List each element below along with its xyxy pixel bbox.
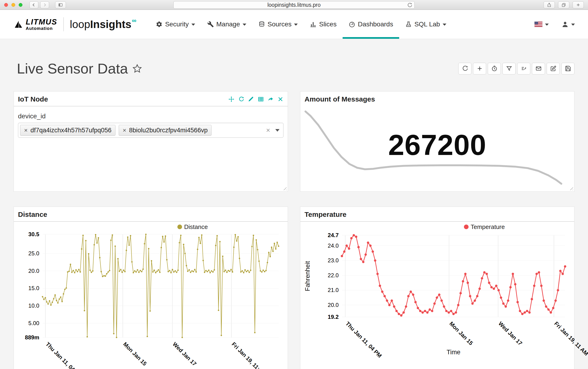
back-button[interactable] [30,1,38,8]
remove-tag-icon[interactable]: × [123,127,126,133]
nav-label: SQL Lab [414,20,440,28]
svg-text:Mon Jan 15: Mon Jan 15 [448,320,474,346]
refresh-dashboard-button[interactable] [458,63,471,74]
nav-label: Manage [216,20,240,28]
share-button[interactable] [544,1,555,8]
dashboard-icon [349,21,355,28]
svg-text:Thu Jan 11, 04 PM: Thu Jan 11, 04 PM [345,320,383,359]
svg-text:5.00: 5.00 [28,320,39,326]
brand-divider [63,17,64,31]
svg-text:23.0: 23.0 [328,257,339,263]
svg-text:Wed Jan 17: Wed Jan 17 [497,320,524,346]
svg-text:Mon Jan 15: Mon Jan 15 [122,341,148,367]
forward-button[interactable] [40,1,49,8]
panel-distance: Distance Distance Thu Jan 11, 04 PMMon J… [14,207,288,369]
litmus-mark-icon [13,19,23,30]
svg-text:Fri Jan 19, 11:45 AM: Fri Jan 19, 11:45 AM [231,341,273,369]
nav-label: Sources [268,20,292,28]
email-button[interactable] [532,63,545,74]
add-slice-button[interactable] [473,63,486,74]
export-button[interactable] [517,63,530,74]
panel-tools [228,96,284,102]
page-title: Live Sensor Data [14,60,128,77]
plus-icon [476,65,483,72]
sidebar-icon [58,3,63,7]
svg-text:19.2: 19.2 [328,314,339,320]
infinity-icon: ∞ [132,17,136,24]
chevron-down-icon [443,24,446,26]
minimize-window-button[interactable] [11,3,15,7]
device-id-select[interactable]: × df7qa4izchx4h57h57ufpq056 × 8biolu2bu0… [18,123,284,138]
loopinsights-logo[interactable]: loop Insights ∞ [70,18,136,30]
reload-icon[interactable] [407,2,412,8]
litmus-logo[interactable]: LITMUS Automation [13,18,57,30]
flask-icon [405,21,412,28]
user-menu[interactable] [561,20,575,28]
svg-text:24.0: 24.0 [328,242,339,249]
close-icon[interactable] [277,96,284,102]
nav-sql-lab[interactable]: SQL Lab [399,10,452,39]
svg-text:Time: Time [447,349,460,356]
legend-dot [177,225,182,229]
zoom-window-button[interactable] [19,3,22,7]
svg-text:20.0: 20.0 [28,268,39,274]
share-arrow-icon[interactable] [268,96,274,102]
nav-sources[interactable]: Sources [252,10,304,39]
remove-tag-icon[interactable]: × [24,127,28,133]
clear-select-icon[interactable]: × [266,127,270,134]
sidebar-toggle-button[interactable] [55,1,66,8]
language-selector[interactable] [534,21,549,27]
field-label: device_id [18,112,284,120]
svg-text:Wed Jan 17: Wed Jan 17 [171,341,198,367]
edit-dashboard-button[interactable] [547,63,560,74]
dashboard-toolbar [458,63,574,74]
auto-refresh-button[interactable] [488,63,501,74]
panel-title: IoT Node [18,95,48,103]
nav-slices[interactable]: Slices [304,10,343,39]
favorite-star-icon[interactable] [132,64,142,73]
svg-text:22.0: 22.0 [328,272,339,279]
move-icon[interactable] [228,96,234,102]
chevron-left-icon [32,3,36,7]
user-icon [561,20,569,28]
nav-label: Security [165,20,189,28]
svg-text:30.5: 30.5 [28,231,39,237]
resize-handle[interactable] [282,186,286,190]
svg-text:Fahrenheit: Fahrenheit [304,261,311,291]
legend[interactable]: Distance [14,222,288,232]
device-tag-label: df7qa4izchx4h57h57ufpq056 [30,127,112,134]
panel-title: Amount of Messages [304,95,375,103]
url-text: loopinsights.litmus.pro [267,2,321,8]
legend[interactable]: Temperature [300,222,574,232]
clock-icon [491,65,498,72]
new-tab-button[interactable] [573,1,584,8]
edit-icon [550,65,556,72]
close-window-button[interactable] [4,3,8,7]
tab-overview-button[interactable] [558,1,569,8]
svg-text:889m: 889m [25,334,39,340]
big-number-value: 267200 [300,128,574,161]
chevron-down-icon [571,24,575,26]
bar-chart-icon [310,21,316,28]
browser-chrome: loopinsights.litmus.pro [0,0,588,10]
resize-handle[interactable] [568,186,573,190]
svg-text:Fri Jan 19, 11 AM: Fri Jan 19, 11 AM [553,320,588,357]
save-dashboard-button[interactable] [561,63,574,74]
chevron-down-icon [294,24,298,26]
panel-amount-of-messages: Amount of Messages 267200 [300,91,574,192]
panel-title: Temperature [304,210,346,219]
nav-dashboards[interactable]: Dashboards [343,10,399,39]
refresh-icon[interactable] [238,96,244,102]
chevron-down-icon [545,24,549,26]
nav-manage[interactable]: Manage [201,10,252,39]
pencil-icon[interactable] [248,96,254,102]
filter-button[interactable] [503,63,515,74]
device-tag: × df7qa4izchx4h57h57ufpq056 [20,125,116,136]
nav-security[interactable]: Security [150,10,201,39]
chevron-right-icon [42,3,47,7]
chevron-down-icon[interactable] [275,129,280,132]
litmus-wordmark: LITMUS [26,18,57,26]
legend-label: Distance [184,223,208,231]
address-bar[interactable]: loopinsights.litmus.pro [173,1,415,9]
table-icon[interactable] [258,96,264,102]
